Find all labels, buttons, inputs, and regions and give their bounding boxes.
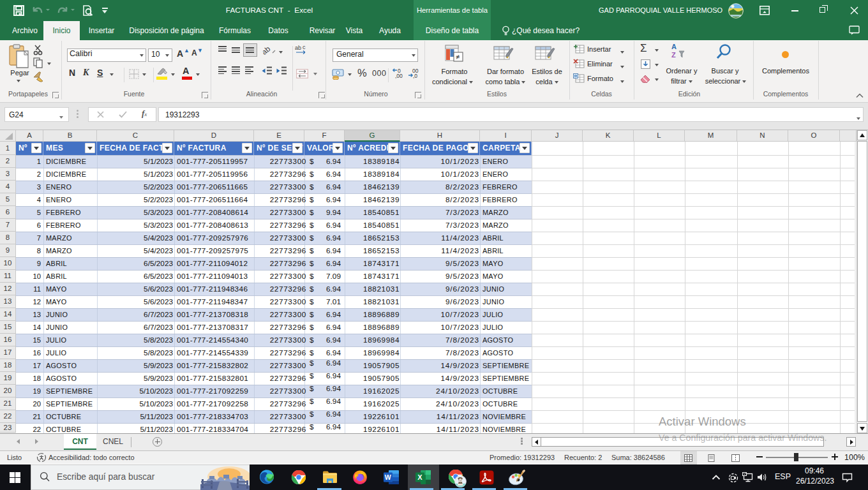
svg-text:W: W [385,473,391,481]
svg-text:≠: ≠ [456,53,460,61]
svg-text:A: A [671,43,677,50]
svg-text:ab: ab [263,45,272,56]
svg-text:X: X [417,473,423,481]
svg-text:c: c [303,44,306,50]
svg-text:Z: Z [671,51,676,59]
svg-text:,00: ,00 [395,73,403,79]
svg-text:ab: ab [295,45,301,51]
svg-text:,0: ,0 [413,73,417,79]
